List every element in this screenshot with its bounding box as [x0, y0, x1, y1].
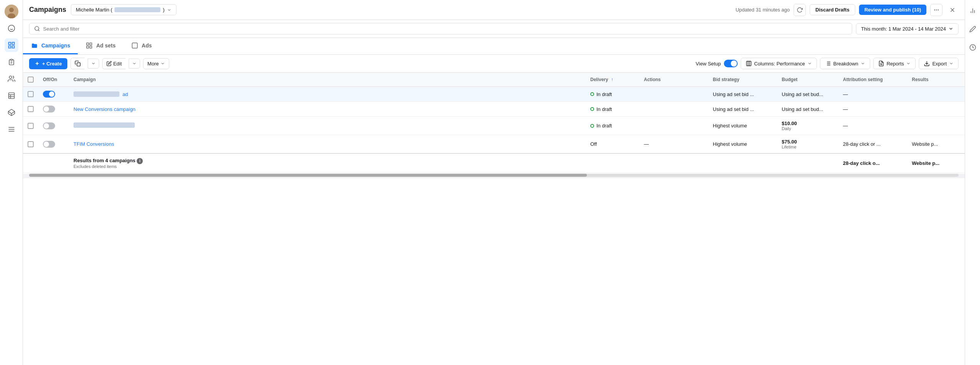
sidebar-item-people[interactable]	[5, 72, 18, 86]
sidebar-item-table[interactable]	[5, 89, 18, 103]
column-header-budget: Budget	[777, 73, 838, 87]
refresh-button[interactable]	[794, 4, 806, 16]
duplicate-button[interactable]	[70, 58, 85, 69]
info-icon[interactable]: i	[137, 158, 143, 164]
delivery-dot	[590, 107, 594, 111]
chart-icon-button[interactable]	[967, 5, 979, 17]
campaign-name-blurred	[74, 91, 119, 97]
delivery-dot	[590, 124, 594, 128]
chevron-down-icon	[948, 26, 954, 31]
duplicate-icon	[75, 60, 81, 67]
sidebar-item-smiley[interactable]	[5, 21, 18, 35]
row-campaign-cell: New Conversions campaign	[69, 102, 586, 117]
sidebar-item-list[interactable]	[5, 55, 18, 69]
chevron-down-icon	[91, 61, 96, 66]
view-setup-toggle[interactable]	[724, 60, 738, 67]
campaign-toggle[interactable]	[43, 106, 55, 112]
budget-period: Daily	[782, 126, 834, 131]
svg-point-24	[936, 10, 936, 10]
row-bid-cell: Highest volume	[708, 135, 777, 154]
chevron-down-icon	[906, 61, 911, 66]
account-selector[interactable]: Michelle Martin ( )	[71, 4, 176, 15]
review-publish-button[interactable]: Review and publish (10)	[859, 5, 926, 15]
main-content: Campaigns Michelle Martin ( ) Updated 31…	[23, 0, 965, 365]
edit-button-label: Edit	[113, 61, 122, 67]
discard-drafts-button[interactable]: Discard Drafts	[810, 4, 855, 15]
budget-amount: $10.00	[782, 121, 797, 126]
svg-point-1	[9, 8, 14, 12]
row-toggle-cell	[38, 135, 69, 154]
column-header-actions: Actions	[639, 73, 708, 87]
summary-attribution-cell: 28-day click o...	[838, 153, 907, 173]
svg-rect-37	[77, 63, 80, 66]
export-button-label: Export	[932, 61, 947, 67]
edit-dropdown-button[interactable]	[129, 59, 140, 68]
avatar[interactable]	[5, 5, 18, 18]
sidebar-item-grid[interactable]	[5, 38, 18, 52]
row-toggle-cell	[38, 117, 69, 135]
svg-rect-7	[12, 42, 14, 45]
more-button[interactable]: More	[143, 58, 169, 69]
duplicate-dropdown-button[interactable]	[88, 59, 99, 68]
campaign-name-link[interactable]: TFIM Conversions	[74, 141, 114, 147]
select-all-checkbox[interactable]	[28, 77, 34, 83]
row-actions-cell	[639, 87, 708, 102]
top-header: Campaigns Michelle Martin ( ) Updated 31…	[23, 0, 965, 20]
row-checkbox[interactable]	[28, 123, 34, 129]
columns-button-label: Columns: Performance	[754, 61, 805, 67]
close-button[interactable]	[946, 4, 959, 16]
column-header-attribution: Attribution setting	[838, 73, 907, 87]
campaign-name-blurred	[74, 122, 135, 128]
row-attribution-cell: 28-day click or ...	[838, 135, 907, 154]
svg-point-28	[35, 26, 39, 31]
export-icon	[924, 60, 930, 67]
summary-onoff-cell	[38, 153, 69, 173]
toggle-dot	[44, 106, 49, 112]
column-header-delivery[interactable]: Delivery ↑	[586, 73, 639, 87]
reports-button[interactable]: Reports	[873, 58, 916, 69]
pencil-icon-button[interactable]	[967, 23, 979, 35]
tab-adsets[interactable]: Ad sets	[78, 38, 123, 54]
search-icon	[34, 26, 40, 32]
more-button-label: More	[147, 61, 159, 67]
campaign-toggle[interactable]	[43, 91, 55, 98]
search-input[interactable]	[43, 26, 847, 32]
chevron-down-icon	[949, 61, 954, 66]
summary-bid-cell	[708, 153, 777, 173]
scrollbar-thumb[interactable]	[29, 174, 587, 177]
campaign-toggle[interactable]	[43, 141, 55, 148]
campaign-name-link[interactable]: ad	[122, 91, 128, 97]
more-options-button[interactable]	[930, 4, 942, 16]
create-button[interactable]: + Create	[29, 58, 67, 69]
sidebar-item-menu[interactable]	[5, 122, 18, 136]
search-input-wrap[interactable]	[29, 23, 852, 34]
date-range-selector[interactable]: This month: 1 Mar 2024 - 14 Mar 2024	[856, 23, 959, 34]
svg-point-25	[938, 10, 938, 10]
svg-rect-9	[12, 46, 14, 48]
tab-campaigns[interactable]: Campaigns	[23, 38, 78, 54]
row-toggle-cell	[38, 102, 69, 117]
square-icon	[131, 42, 138, 49]
folder-icon	[31, 42, 38, 49]
clock-icon-button[interactable]	[967, 41, 979, 54]
row-checkbox[interactable]	[28, 141, 34, 147]
toggle-dot	[49, 91, 54, 97]
delivery-status: In draft	[596, 106, 612, 112]
campaign-name-link[interactable]: New Conversions campaign	[74, 106, 136, 112]
search-bar: This month: 1 Mar 2024 - 14 Mar 2024	[23, 20, 965, 38]
tab-ads-label: Ads	[142, 42, 152, 49]
breakdown-button[interactable]: Breakdown	[820, 58, 870, 69]
campaign-toggle[interactable]	[43, 122, 55, 129]
edit-button[interactable]: Edit	[102, 58, 126, 69]
export-button[interactable]: Export	[919, 58, 959, 69]
tab-ads[interactable]: Ads	[123, 38, 159, 54]
svg-rect-33	[90, 46, 92, 48]
row-campaign-cell: TFIM Conversions	[69, 135, 586, 154]
row-checkbox[interactable]	[28, 106, 34, 112]
sidebar-item-stack[interactable]	[5, 106, 18, 119]
horizontal-scrollbar[interactable]	[23, 174, 965, 178]
svg-rect-38	[746, 61, 751, 66]
svg-rect-6	[8, 42, 11, 45]
row-checkbox[interactable]	[28, 91, 34, 97]
columns-button[interactable]: Columns: Performance	[741, 58, 817, 69]
